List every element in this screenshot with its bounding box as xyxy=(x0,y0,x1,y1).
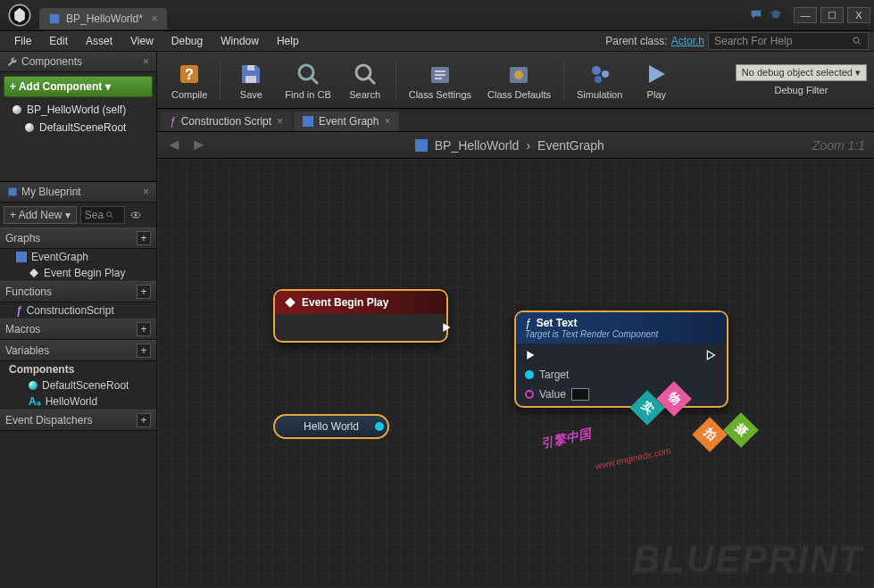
tree-item-eventgraph[interactable]: EventGraph xyxy=(0,249,156,265)
main-tab[interactable]: BP_HelloWorld* × xyxy=(39,8,167,29)
exec-pin-out[interactable] xyxy=(441,321,454,334)
add-button[interactable]: + xyxy=(137,285,151,299)
menu-window[interactable]: Window xyxy=(212,32,268,50)
svg-rect-19 xyxy=(435,70,445,72)
exec-pin-out[interactable] xyxy=(705,349,718,361)
my-blueprint-panel: My Blueprint × + Add New ▾ Sea Graphs + … xyxy=(0,181,156,588)
svg-point-5 xyxy=(107,212,112,217)
tree-item-construction-script[interactable]: ƒ ConstructionScript xyxy=(0,302,156,319)
value-pin-in[interactable] xyxy=(525,390,534,399)
nav-back-button[interactable]: ◄ xyxy=(166,136,182,154)
section-event-dispatchers[interactable]: Event Dispatchers + xyxy=(0,410,156,431)
node-event-begin-play[interactable]: Event Begin Play xyxy=(273,289,448,343)
tab-event-graph[interactable]: Event Graph × xyxy=(294,112,399,131)
close-icon[interactable]: × xyxy=(277,115,283,128)
menu-edit[interactable]: Edit xyxy=(40,32,77,50)
graph-icon xyxy=(16,252,27,262)
tree-item-event-begin-play[interactable]: Event Begin Play xyxy=(0,265,156,281)
menu-asset[interactable]: Asset xyxy=(77,32,121,50)
component-root-item[interactable]: BP_HelloWorld (self) xyxy=(0,101,156,119)
left-panel: Components × + Add Component ▾ BP_HelloW… xyxy=(0,52,157,588)
content-area: ? Compile Save Find in CB Search Class S… xyxy=(157,52,874,588)
component-root-label: BP_HelloWorld (self) xyxy=(27,104,126,116)
node-subtitle: Target is Text Render Component xyxy=(525,329,718,339)
simulation-button[interactable]: Simulation xyxy=(570,57,629,104)
object-pin-in[interactable] xyxy=(525,370,534,379)
menu-file[interactable]: File xyxy=(5,32,40,50)
search-button[interactable]: Search xyxy=(340,57,390,104)
node-hello-world-var[interactable]: Hello World xyxy=(273,414,389,439)
svg-rect-13 xyxy=(247,65,254,70)
graduation-icon[interactable] xyxy=(769,8,783,22)
find-in-cb-button[interactable]: Find in CB xyxy=(278,57,337,104)
section-graphs[interactable]: Graphs + xyxy=(0,228,156,249)
menu-help[interactable]: Help xyxy=(268,32,308,50)
menu-view[interactable]: View xyxy=(121,32,162,50)
node-set-text[interactable]: ƒ Set Text Target is Text Render Compone… xyxy=(514,311,728,408)
add-button[interactable]: + xyxy=(137,413,151,427)
blueprint-search-input[interactable]: Sea xyxy=(80,206,125,224)
graph-canvas[interactable]: Event Begin Play Hello World ƒ Set Text xyxy=(157,159,874,588)
tool-label: Search xyxy=(349,89,380,100)
svg-point-8 xyxy=(134,214,137,217)
maximize-button[interactable]: ☐ xyxy=(820,7,844,23)
zoom-indicator: Zoom 1:1 xyxy=(812,138,865,153)
chat-icon[interactable] xyxy=(749,8,763,22)
components-panel-title: Components xyxy=(21,55,82,68)
blueprint-icon xyxy=(7,186,18,197)
tree-item-defaultsceneroot[interactable]: DefaultSceneRoot xyxy=(0,377,156,393)
blueprint-tab-icon xyxy=(48,12,61,25)
class-defaults-button[interactable]: Class Defaults xyxy=(480,57,558,104)
section-label: Event Dispatchers xyxy=(5,414,92,427)
search-placeholder: Sea xyxy=(85,209,104,221)
defaults-icon xyxy=(504,61,533,87)
tree-item-helloworld[interactable]: Aₐ HelloWorld xyxy=(0,393,156,410)
search-help-input[interactable]: Search For Help xyxy=(708,32,869,50)
breadcrumb-root[interactable]: BP_HelloWorld xyxy=(435,138,520,153)
close-icon[interactable]: × xyxy=(152,12,158,25)
save-button[interactable]: Save xyxy=(226,57,276,104)
play-button[interactable]: Play xyxy=(631,57,681,104)
components-panel-header[interactable]: Components × xyxy=(0,52,156,72)
close-button[interactable]: X xyxy=(847,7,870,23)
svg-point-14 xyxy=(299,65,313,79)
section-label: Macros xyxy=(5,323,40,335)
value-input[interactable] xyxy=(571,388,589,401)
close-icon[interactable]: × xyxy=(384,115,390,128)
add-new-button[interactable]: + Add New ▾ xyxy=(4,206,77,224)
object-pin-out[interactable] xyxy=(375,422,384,431)
tool-label: Save xyxy=(240,89,262,100)
parent-class-link[interactable]: Actor.h xyxy=(671,35,704,47)
debug-object-select[interactable]: No debug object selected ▾ xyxy=(736,64,867,81)
add-button[interactable]: + xyxy=(137,344,151,358)
add-button[interactable]: + xyxy=(137,231,151,245)
eye-icon[interactable] xyxy=(129,210,143,220)
function-icon: ƒ xyxy=(525,317,531,329)
section-label: Variables xyxy=(5,344,49,357)
close-icon[interactable]: × xyxy=(143,55,149,68)
compile-button[interactable]: ? Compile xyxy=(164,57,214,104)
minimize-button[interactable]: — xyxy=(794,7,817,23)
event-node-icon xyxy=(284,296,296,309)
tab-construction-script[interactable]: ƒ Construction Script × xyxy=(161,112,292,131)
nav-forward-button[interactable]: ► xyxy=(191,136,207,154)
section-macros[interactable]: Macros + xyxy=(0,319,156,340)
add-button[interactable]: + xyxy=(137,322,151,336)
add-component-button[interactable]: + Add Component ▾ xyxy=(4,76,153,97)
section-functions[interactable]: Functions + xyxy=(0,281,156,302)
breadcrumb-current[interactable]: EventGraph xyxy=(537,138,604,153)
menu-debug[interactable]: Debug xyxy=(162,32,212,50)
my-blueprint-header[interactable]: My Blueprint × xyxy=(0,182,156,203)
svg-line-3 xyxy=(859,43,862,46)
section-variables[interactable]: Variables + xyxy=(0,340,156,361)
class-settings-button[interactable]: Class Settings xyxy=(402,57,479,104)
svg-point-16 xyxy=(356,65,370,79)
tree-subsection-components[interactable]: Components xyxy=(0,361,156,377)
svg-point-25 xyxy=(602,70,609,78)
tool-label: Simulation xyxy=(577,89,622,100)
component-child-item[interactable]: DefaultSceneRoot xyxy=(0,119,156,137)
debug-filter-label: Debug Filter xyxy=(774,85,828,95)
close-icon[interactable]: × xyxy=(143,186,149,198)
tool-label: Compile xyxy=(171,89,207,100)
exec-pin-in[interactable] xyxy=(525,349,537,361)
